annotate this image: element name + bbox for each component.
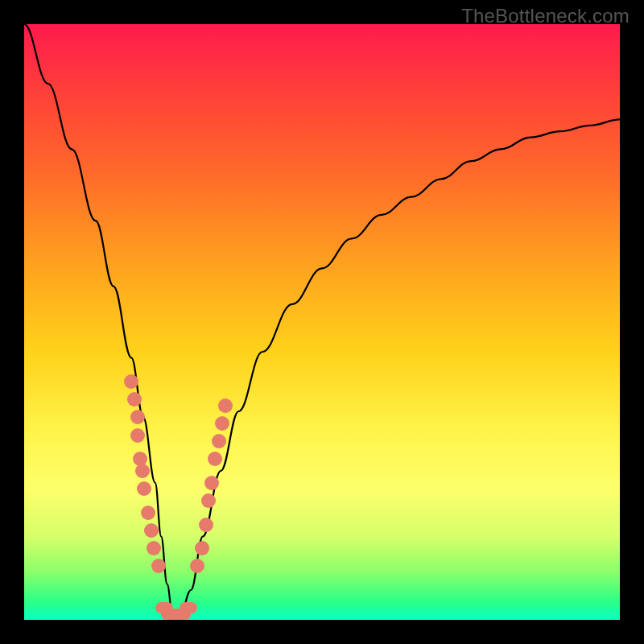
bottleneck-curve <box>24 24 620 620</box>
left-cluster-point <box>124 374 138 389</box>
valley-cluster-point <box>180 602 197 613</box>
right-cluster-point <box>190 559 204 573</box>
right-cluster-point <box>218 398 233 413</box>
watermark-text: TheBottleneck.com <box>461 5 630 27</box>
right-cluster-point <box>201 493 216 508</box>
right-cluster-point <box>208 452 222 466</box>
chart-frame: TheBottleneck.com <box>0 0 644 644</box>
left-cluster-point <box>137 481 151 496</box>
left-cluster-point <box>151 559 166 573</box>
right-cluster-point <box>204 476 219 490</box>
left-cluster-point <box>141 506 155 520</box>
left-cluster-point <box>144 523 159 538</box>
left-cluster-point <box>127 392 142 407</box>
right-cluster-point <box>215 416 229 431</box>
plot-area <box>24 24 620 620</box>
right-cluster-point <box>195 541 209 555</box>
curve-layer <box>24 24 620 620</box>
left-cluster-point <box>130 410 145 424</box>
left-cluster-point <box>147 541 161 555</box>
left-cluster-point <box>130 428 145 443</box>
left-cluster-point <box>135 464 150 478</box>
right-cluster-point <box>199 518 213 532</box>
right-cluster-point <box>212 434 226 448</box>
